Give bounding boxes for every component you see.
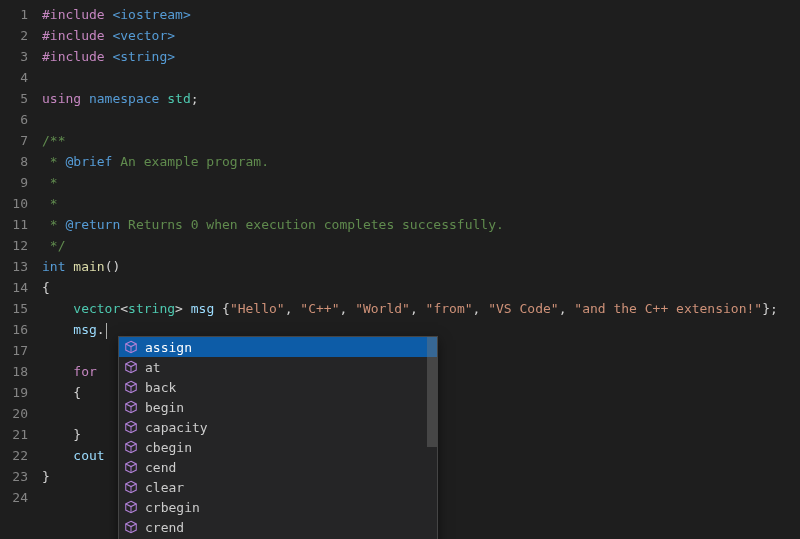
token: cout — [73, 448, 104, 463]
autocomplete-item[interactable]: capacity — [119, 417, 437, 437]
token: <string> — [112, 49, 175, 64]
autocomplete-item-label: back — [145, 380, 176, 395]
autocomplete-item[interactable]: begin — [119, 397, 437, 417]
token — [81, 91, 89, 106]
method-icon — [123, 399, 139, 415]
autocomplete-item[interactable]: at — [119, 357, 437, 377]
autocomplete-item[interactable]: crend — [119, 517, 437, 537]
token: int — [42, 259, 65, 274]
token: "VS Code" — [488, 301, 558, 316]
token — [42, 364, 73, 379]
token: <vector> — [112, 28, 175, 43]
token: msg — [191, 301, 214, 316]
autocomplete-item[interactable]: cbegin — [119, 437, 437, 457]
autocomplete-scrollbar[interactable] — [427, 337, 437, 539]
line-number: 23 — [0, 466, 28, 487]
code-line[interactable]: * @return Returns 0 when execution compl… — [42, 214, 800, 235]
token: { — [214, 301, 230, 316]
line-number: 16 — [0, 319, 28, 340]
token: "Hello" — [230, 301, 285, 316]
autocomplete-item-label: at — [145, 360, 161, 375]
line-number: 24 — [0, 487, 28, 508]
code-line[interactable]: #include <vector> — [42, 25, 800, 46]
code-line[interactable] — [42, 109, 800, 130]
token: { — [42, 280, 50, 295]
method-icon — [123, 419, 139, 435]
token: @return — [65, 217, 120, 232]
autocomplete-item[interactable]: assign — [119, 337, 437, 357]
token: #include — [42, 7, 105, 22]
editor-scrollbar[interactable] — [794, 0, 800, 539]
code-line[interactable]: #include <iostream> — [42, 4, 800, 25]
method-icon — [123, 479, 139, 495]
code-line[interactable]: using namespace std; — [42, 88, 800, 109]
token — [42, 322, 73, 337]
autocomplete-item-label: assign — [145, 340, 192, 355]
token: msg — [73, 322, 96, 337]
token: * — [42, 196, 58, 211]
token: }; — [762, 301, 778, 316]
code-line[interactable] — [42, 67, 800, 88]
code-line[interactable]: * @brief An example program. — [42, 151, 800, 172]
token: "C++" — [300, 301, 339, 316]
token: @brief — [65, 154, 112, 169]
token: } — [42, 427, 81, 442]
token: <iostream> — [112, 7, 190, 22]
autocomplete-item-label: clear — [145, 480, 184, 495]
token: "from" — [426, 301, 473, 316]
token: std — [167, 91, 190, 106]
line-number: 2 — [0, 25, 28, 46]
line-number: 10 — [0, 193, 28, 214]
token: #include — [42, 49, 105, 64]
autocomplete-item[interactable]: back — [119, 377, 437, 397]
code-line[interactable]: vector<string> msg {"Hello", "C++", "Wor… — [42, 298, 800, 319]
line-number: 22 — [0, 445, 28, 466]
line-number: 9 — [0, 172, 28, 193]
token: { — [42, 385, 81, 400]
code-line[interactable]: #include <string> — [42, 46, 800, 67]
code-line[interactable]: * — [42, 172, 800, 193]
token: , — [339, 301, 355, 316]
code-line[interactable]: * — [42, 193, 800, 214]
autocomplete-item-label: crbegin — [145, 500, 200, 515]
autocomplete-item[interactable]: crbegin — [119, 497, 437, 517]
token: () — [105, 259, 121, 274]
token: * — [42, 154, 65, 169]
token: #include — [42, 28, 105, 43]
method-icon — [123, 339, 139, 355]
autocomplete-popup[interactable]: assign at back begin capacity cbegin cen… — [118, 336, 438, 539]
autocomplete-list[interactable]: assign at back begin capacity cbegin cen… — [119, 337, 437, 539]
autocomplete-scrollbar-thumb[interactable] — [427, 337, 437, 447]
token: < — [120, 301, 128, 316]
autocomplete-item[interactable]: cend — [119, 457, 437, 477]
method-icon — [123, 519, 139, 535]
token — [97, 364, 105, 379]
code-line[interactable]: int main() — [42, 256, 800, 277]
token: . — [97, 322, 105, 337]
token: "and the C++ extension!" — [574, 301, 762, 316]
method-icon — [123, 359, 139, 375]
token: > — [175, 301, 191, 316]
token: , — [473, 301, 489, 316]
autocomplete-item-label: capacity — [145, 420, 208, 435]
line-number: 7 — [0, 130, 28, 151]
line-number: 8 — [0, 151, 28, 172]
token: An example program. — [112, 154, 269, 169]
autocomplete-item-label: cbegin — [145, 440, 192, 455]
line-number: 19 — [0, 382, 28, 403]
line-number: 6 — [0, 109, 28, 130]
token: , — [285, 301, 301, 316]
token: Returns 0 when execution completes succe… — [120, 217, 504, 232]
method-icon — [123, 439, 139, 455]
token: , — [559, 301, 575, 316]
autocomplete-item[interactable]: clear — [119, 477, 437, 497]
code-line[interactable]: /** — [42, 130, 800, 151]
line-number-gutter: 123456789101112131415161718192021222324 — [0, 4, 42, 539]
code-line[interactable]: */ — [42, 235, 800, 256]
line-number: 11 — [0, 214, 28, 235]
line-number: 13 — [0, 256, 28, 277]
line-number: 15 — [0, 298, 28, 319]
token: , — [410, 301, 426, 316]
code-line[interactable]: { — [42, 277, 800, 298]
autocomplete-item-label: crend — [145, 520, 184, 535]
